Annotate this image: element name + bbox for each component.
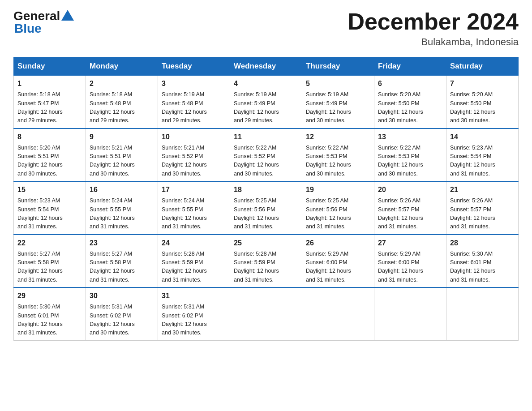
day-number: 1 xyxy=(17,78,82,89)
day-info: Sunrise: 5:30 AMSunset: 6:01 PMDaylight:… xyxy=(17,303,82,338)
table-row: 9Sunrise: 5:21 AMSunset: 5:51 PMDaylight… xyxy=(86,128,158,182)
day-number: 13 xyxy=(378,132,442,142)
table-row xyxy=(446,287,519,340)
day-info: Sunrise: 5:21 AMSunset: 5:51 PMDaylight:… xyxy=(90,144,154,179)
table-row: 22Sunrise: 5:27 AMSunset: 5:58 PMDayligh… xyxy=(14,235,86,288)
table-row: 8Sunrise: 5:20 AMSunset: 5:51 PMDaylight… xyxy=(14,128,86,182)
day-number: 30 xyxy=(90,291,154,301)
col-saturday: Saturday xyxy=(446,57,519,76)
calendar-week-row: 22Sunrise: 5:27 AMSunset: 5:58 PMDayligh… xyxy=(14,235,519,288)
table-row: 29Sunrise: 5:30 AMSunset: 6:01 PMDayligh… xyxy=(14,287,86,340)
day-info: Sunrise: 5:30 AMSunset: 6:01 PMDaylight:… xyxy=(450,250,515,285)
day-info: Sunrise: 5:23 AMSunset: 5:54 PMDaylight:… xyxy=(450,144,515,179)
day-info: Sunrise: 5:28 AMSunset: 5:59 PMDaylight:… xyxy=(234,250,298,285)
col-monday: Monday xyxy=(86,57,158,76)
day-info: Sunrise: 5:20 AMSunset: 5:51 PMDaylight:… xyxy=(17,144,82,179)
day-info: Sunrise: 5:28 AMSunset: 5:59 PMDaylight:… xyxy=(162,250,226,285)
day-number: 17 xyxy=(162,184,226,195)
table-row: 23Sunrise: 5:27 AMSunset: 5:58 PMDayligh… xyxy=(86,235,158,288)
table-row: 11Sunrise: 5:22 AMSunset: 5:52 PMDayligh… xyxy=(230,128,302,182)
table-row: 14Sunrise: 5:23 AMSunset: 5:54 PMDayligh… xyxy=(446,128,519,182)
table-row: 6Sunrise: 5:20 AMSunset: 5:50 PMDaylight… xyxy=(374,76,446,128)
day-number: 21 xyxy=(450,184,515,195)
table-row: 1Sunrise: 5:18 AMSunset: 5:47 PMDaylight… xyxy=(14,76,86,128)
svg-marker-0 xyxy=(61,10,74,21)
logo-icon xyxy=(61,9,74,21)
day-info: Sunrise: 5:25 AMSunset: 5:56 PMDaylight:… xyxy=(234,197,298,231)
day-number: 3 xyxy=(162,78,226,89)
day-info: Sunrise: 5:24 AMSunset: 5:55 PMDaylight:… xyxy=(162,197,226,231)
day-info: Sunrise: 5:29 AMSunset: 6:00 PMDaylight:… xyxy=(306,250,370,285)
day-number: 14 xyxy=(450,132,515,142)
day-number: 8 xyxy=(17,132,82,142)
day-number: 20 xyxy=(378,184,442,195)
page-header: General Blue December 2024 Bulakamba, In… xyxy=(13,9,519,48)
day-number: 10 xyxy=(162,132,226,142)
day-info: Sunrise: 5:22 AMSunset: 5:52 PMDaylight:… xyxy=(234,144,298,179)
day-info: Sunrise: 5:19 AMSunset: 5:48 PMDaylight:… xyxy=(162,90,226,125)
day-number: 23 xyxy=(90,238,154,248)
day-number: 19 xyxy=(306,184,370,195)
day-info: Sunrise: 5:31 AMSunset: 6:02 PMDaylight:… xyxy=(162,303,226,338)
day-info: Sunrise: 5:24 AMSunset: 5:55 PMDaylight:… xyxy=(90,197,154,231)
day-info: Sunrise: 5:19 AMSunset: 5:49 PMDaylight:… xyxy=(234,90,298,125)
day-number: 15 xyxy=(17,184,82,195)
table-row: 18Sunrise: 5:25 AMSunset: 5:56 PMDayligh… xyxy=(230,181,302,235)
day-info: Sunrise: 5:23 AMSunset: 5:54 PMDaylight:… xyxy=(17,197,82,231)
table-row: 28Sunrise: 5:30 AMSunset: 6:01 PMDayligh… xyxy=(446,235,519,288)
day-number: 27 xyxy=(378,238,442,248)
day-info: Sunrise: 5:26 AMSunset: 5:57 PMDaylight:… xyxy=(378,197,442,231)
day-number: 29 xyxy=(17,291,82,301)
day-number: 12 xyxy=(306,132,370,142)
day-number: 24 xyxy=(162,238,226,248)
day-number: 6 xyxy=(378,78,442,89)
table-row: 13Sunrise: 5:22 AMSunset: 5:53 PMDayligh… xyxy=(374,128,446,182)
location-subtitle: Bulakamba, Indonesia xyxy=(348,36,519,48)
month-year-title: December 2024 xyxy=(348,9,519,34)
table-row: 16Sunrise: 5:24 AMSunset: 5:55 PMDayligh… xyxy=(86,181,158,235)
table-row: 30Sunrise: 5:31 AMSunset: 6:02 PMDayligh… xyxy=(86,287,158,340)
table-row xyxy=(374,287,446,340)
logo-blue-text: Blue xyxy=(13,21,42,36)
day-info: Sunrise: 5:21 AMSunset: 5:52 PMDaylight:… xyxy=(162,144,226,179)
day-info: Sunrise: 5:20 AMSunset: 5:50 PMDaylight:… xyxy=(378,90,442,125)
table-row: 31Sunrise: 5:31 AMSunset: 6:02 PMDayligh… xyxy=(158,287,230,340)
table-row: 3Sunrise: 5:19 AMSunset: 5:48 PMDaylight… xyxy=(158,76,230,128)
table-row: 17Sunrise: 5:24 AMSunset: 5:55 PMDayligh… xyxy=(158,181,230,235)
day-info: Sunrise: 5:25 AMSunset: 5:56 PMDaylight:… xyxy=(306,197,370,231)
table-row: 24Sunrise: 5:28 AMSunset: 5:59 PMDayligh… xyxy=(158,235,230,288)
calendar-week-row: 29Sunrise: 5:30 AMSunset: 6:01 PMDayligh… xyxy=(14,287,519,340)
col-tuesday: Tuesday xyxy=(158,57,230,76)
table-row: 12Sunrise: 5:22 AMSunset: 5:53 PMDayligh… xyxy=(302,128,374,182)
day-info: Sunrise: 5:31 AMSunset: 6:02 PMDaylight:… xyxy=(90,303,154,338)
day-number: 28 xyxy=(450,238,515,248)
day-number: 11 xyxy=(234,132,298,142)
table-row xyxy=(302,287,374,340)
calendar-week-row: 1Sunrise: 5:18 AMSunset: 5:47 PMDaylight… xyxy=(14,76,519,128)
day-info: Sunrise: 5:27 AMSunset: 5:58 PMDaylight:… xyxy=(17,250,82,285)
table-row: 25Sunrise: 5:28 AMSunset: 5:59 PMDayligh… xyxy=(230,235,302,288)
col-friday: Friday xyxy=(374,57,446,76)
day-number: 7 xyxy=(450,78,515,89)
day-info: Sunrise: 5:22 AMSunset: 5:53 PMDaylight:… xyxy=(378,144,442,179)
table-row: 19Sunrise: 5:25 AMSunset: 5:56 PMDayligh… xyxy=(302,181,374,235)
calendar-header-row: Sunday Monday Tuesday Wednesday Thursday… xyxy=(14,57,519,76)
day-number: 2 xyxy=(90,78,154,89)
calendar-week-row: 15Sunrise: 5:23 AMSunset: 5:54 PMDayligh… xyxy=(14,181,519,235)
table-row: 15Sunrise: 5:23 AMSunset: 5:54 PMDayligh… xyxy=(14,181,86,235)
logo: General Blue xyxy=(13,9,74,36)
col-wednesday: Wednesday xyxy=(230,57,302,76)
table-row: 5Sunrise: 5:19 AMSunset: 5:49 PMDaylight… xyxy=(302,76,374,128)
table-row xyxy=(230,287,302,340)
table-row: 4Sunrise: 5:19 AMSunset: 5:49 PMDaylight… xyxy=(230,76,302,128)
col-sunday: Sunday xyxy=(14,57,86,76)
day-info: Sunrise: 5:20 AMSunset: 5:50 PMDaylight:… xyxy=(450,90,515,125)
day-number: 25 xyxy=(234,238,298,248)
table-row: 26Sunrise: 5:29 AMSunset: 6:00 PMDayligh… xyxy=(302,235,374,288)
day-info: Sunrise: 5:18 AMSunset: 5:47 PMDaylight:… xyxy=(17,90,82,125)
day-info: Sunrise: 5:29 AMSunset: 6:00 PMDaylight:… xyxy=(378,250,442,285)
calendar-week-row: 8Sunrise: 5:20 AMSunset: 5:51 PMDaylight… xyxy=(14,128,519,182)
title-section: December 2024 Bulakamba, Indonesia xyxy=(348,9,519,48)
day-info: Sunrise: 5:19 AMSunset: 5:49 PMDaylight:… xyxy=(306,90,370,125)
day-info: Sunrise: 5:22 AMSunset: 5:53 PMDaylight:… xyxy=(306,144,370,179)
